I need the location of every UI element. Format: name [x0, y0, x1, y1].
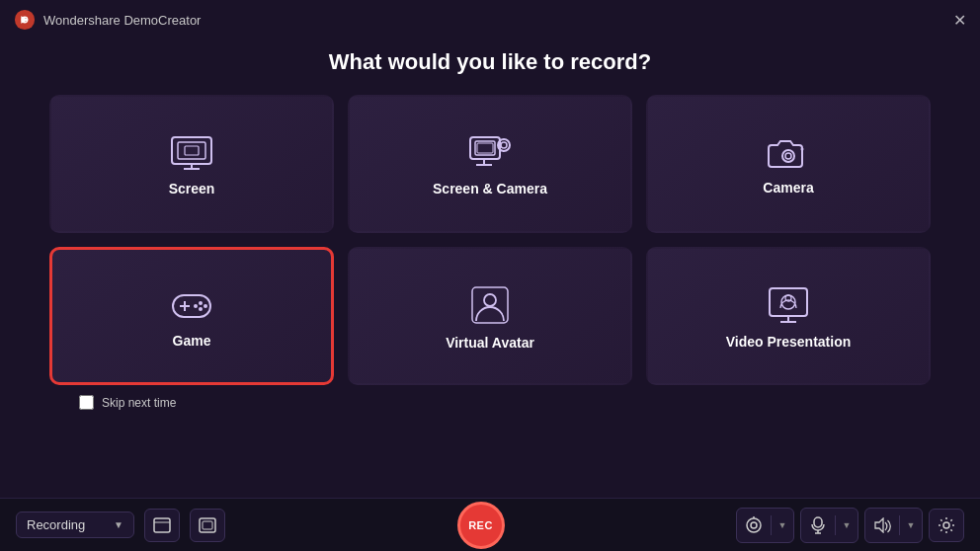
title-bar-left: Wondershare DemoCreator	[14, 9, 201, 31]
svg-point-23	[194, 304, 198, 308]
skip-row: Skip next time	[30, 385, 950, 410]
svg-point-42	[943, 522, 949, 528]
svg-point-36	[751, 522, 757, 528]
screen-icon	[170, 135, 213, 171]
skip-checkbox[interactable]	[79, 395, 94, 410]
rec-button[interactable]: REC	[457, 502, 505, 549]
svg-rect-9	[477, 143, 493, 153]
settings-button[interactable]	[929, 509, 964, 542]
card-game[interactable]: Game	[49, 247, 334, 385]
webcam-dropdown-arrow[interactable]: ▼	[772, 509, 793, 542]
card-screen-camera-label: Screen & Camera	[433, 181, 547, 197]
skip-label: Skip next time	[102, 396, 176, 410]
svg-rect-3	[178, 142, 205, 159]
card-video-presentation[interactable]: Video Presentation	[646, 247, 931, 385]
recording-dropdown[interactable]: Recording ▼	[16, 512, 134, 538]
title-bar: Wondershare DemoCreator ✕	[0, 0, 980, 39]
page-heading: What would you like to record?	[30, 49, 950, 75]
svg-rect-26	[770, 288, 807, 316]
window-icon	[153, 517, 171, 533]
app-title: Wondershare DemoCreator	[43, 13, 201, 28]
card-screen[interactable]: Screen	[49, 95, 334, 233]
screen-camera-icon	[468, 135, 512, 171]
card-virtual-avatar-label: Virtual Avatar	[446, 335, 534, 351]
toolbar-right: ▼ ▼	[736, 508, 964, 543]
toolbar-left: Recording ▼	[16, 509, 225, 542]
card-screen-camera[interactable]: Screen & Camera	[348, 95, 632, 233]
svg-point-22	[199, 307, 203, 311]
svg-point-15	[785, 153, 791, 159]
fullscreen-button[interactable]	[190, 509, 225, 542]
microphone-button[interactable]	[801, 509, 835, 542]
avatar-icon	[470, 285, 510, 325]
svg-point-25	[484, 294, 496, 306]
svg-rect-38	[814, 517, 822, 527]
card-game-label: Game	[173, 333, 211, 349]
close-button[interactable]: ✕	[953, 11, 966, 30]
webcam-icon	[745, 516, 763, 534]
speaker-button[interactable]	[865, 509, 899, 542]
card-camera[interactable]: Camera	[646, 95, 931, 233]
app-logo-icon	[14, 9, 36, 31]
bottom-toolbar: Recording ▼ REC	[0, 498, 980, 551]
cards-grid: Screen Screen & Camera	[30, 95, 950, 385]
recording-dropdown-text: Recording	[27, 517, 85, 532]
svg-rect-34	[203, 521, 212, 529]
microphone-group: ▼	[800, 508, 858, 543]
svg-marker-41	[875, 518, 883, 532]
main-content: What would you like to record? Screen	[0, 39, 980, 410]
card-video-presentation-label: Video Presentation	[726, 334, 852, 350]
svg-point-14	[782, 150, 794, 162]
microphone-icon	[810, 516, 826, 534]
svg-point-20	[199, 301, 203, 305]
svg-rect-33	[200, 518, 215, 532]
svg-point-35	[747, 518, 761, 532]
speaker-icon	[873, 517, 891, 533]
svg-point-16	[801, 148, 804, 151]
fullscreen-icon	[199, 517, 216, 533]
rec-label: REC	[468, 519, 493, 531]
camera-icon	[768, 136, 809, 170]
svg-rect-31	[154, 518, 170, 532]
card-camera-label: Camera	[763, 180, 813, 196]
webcam-group: ▼	[736, 508, 794, 543]
svg-rect-6	[185, 146, 199, 155]
speaker-dropdown-arrow[interactable]: ▼	[900, 509, 922, 542]
card-virtual-avatar[interactable]: Virtual Avatar	[348, 247, 632, 385]
window-mode-button[interactable]	[144, 509, 180, 542]
speaker-group: ▼	[864, 508, 923, 543]
svg-point-21	[204, 304, 207, 308]
mic-dropdown-arrow[interactable]: ▼	[836, 509, 858, 542]
webcam-button[interactable]	[737, 509, 771, 542]
svg-rect-24	[472, 287, 508, 323]
game-icon	[169, 287, 214, 323]
svg-point-13	[501, 142, 507, 148]
card-screen-label: Screen	[169, 181, 215, 197]
toolbar-center: REC	[457, 502, 505, 549]
dropdown-arrow-icon: ▼	[114, 519, 123, 530]
presentation-icon	[768, 286, 809, 324]
settings-icon	[938, 516, 955, 534]
